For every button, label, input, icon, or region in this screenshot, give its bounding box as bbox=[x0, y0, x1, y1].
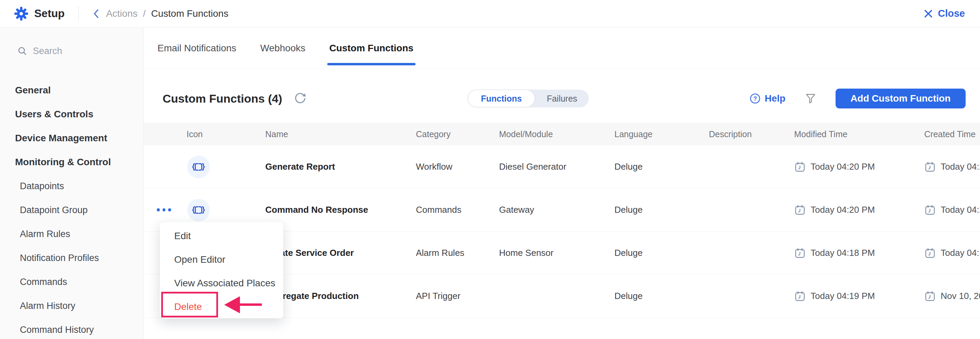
created-time-cell: Today 04:20 PM bbox=[924, 204, 980, 216]
function-model: Gateway bbox=[499, 204, 614, 215]
help-icon: ? bbox=[749, 93, 760, 104]
list-header-bar: Custom Functions (4) Functions Failures … bbox=[144, 89, 980, 108]
sidebar-item-general[interactable]: General bbox=[0, 78, 143, 102]
help-button[interactable]: ? Help bbox=[749, 93, 786, 104]
breadcrumb-section[interactable]: Actions bbox=[106, 8, 138, 19]
page-title: Custom Functions (4) bbox=[162, 92, 282, 105]
calendar-clock-icon bbox=[924, 290, 936, 302]
sidebar-item-datapoint-group[interactable]: Datapoint Group bbox=[0, 198, 143, 222]
close-button[interactable]: Close bbox=[924, 8, 965, 19]
calendar-clock-icon bbox=[794, 161, 806, 173]
table-header-row: Icon Name Category Model/Module Language… bbox=[144, 123, 980, 146]
function-category: Commands bbox=[416, 204, 499, 215]
breadcrumb: Actions / Custom Functions bbox=[92, 8, 228, 19]
sidebar: General Users & Controls Device Manageme… bbox=[0, 28, 144, 339]
function-icon bbox=[187, 156, 210, 178]
toggle-functions[interactable]: Functions bbox=[468, 90, 535, 108]
refresh-icon[interactable] bbox=[294, 92, 307, 105]
setup-gear-icon bbox=[14, 7, 28, 21]
header-actions: ? Help Add Custom Function bbox=[749, 89, 966, 108]
col-created-time: Created Time bbox=[924, 129, 980, 139]
search-input[interactable] bbox=[33, 46, 125, 57]
function-language: Deluge bbox=[614, 248, 709, 258]
modified-time-cell: Today 04:20 PM bbox=[794, 204, 924, 216]
close-label: Close bbox=[938, 8, 965, 19]
tab-email-notifications[interactable]: Email Notifications bbox=[158, 28, 236, 69]
function-language: Deluge bbox=[614, 204, 709, 215]
created-time-cell: Today 04:18 PM bbox=[924, 247, 980, 259]
tab-custom-functions[interactable]: Custom Functions bbox=[329, 28, 414, 69]
col-modified-time: Modified Time bbox=[794, 129, 924, 139]
menu-item-edit[interactable]: Edit bbox=[160, 224, 283, 248]
function-category: Workflow bbox=[416, 162, 499, 172]
tab-strip: Email Notifications Webhooks Custom Func… bbox=[144, 28, 980, 69]
sidebar-item-monitoring-control[interactable]: Monitoring & Control bbox=[0, 150, 143, 174]
function-model: Diesel Generator bbox=[499, 162, 614, 172]
function-name[interactable]: Create Service Order bbox=[265, 248, 416, 258]
sidebar-item-notification-profiles[interactable]: Notification Profiles bbox=[0, 246, 143, 270]
function-model: Home Sensor bbox=[499, 248, 614, 258]
col-category: Category bbox=[416, 129, 499, 139]
function-icon bbox=[187, 199, 210, 221]
function-category: API Trigger bbox=[416, 291, 499, 301]
col-description: Description bbox=[709, 129, 794, 139]
calendar-clock-icon bbox=[794, 204, 806, 216]
app-title: Setup bbox=[34, 7, 65, 20]
menu-item-open-editor[interactable]: Open Editor bbox=[160, 248, 283, 271]
function-language: Deluge bbox=[614, 291, 709, 301]
calendar-clock-icon bbox=[794, 290, 806, 302]
function-category: Alarm Rules bbox=[416, 248, 499, 258]
svg-text:?: ? bbox=[753, 95, 757, 102]
back-chevron-icon[interactable] bbox=[92, 9, 101, 19]
function-name[interactable]: Aggregate Production bbox=[265, 291, 416, 301]
col-icon: Icon bbox=[171, 129, 265, 139]
sidebar-item-alarm-history[interactable]: Alarm History bbox=[0, 294, 143, 318]
calendar-clock-icon bbox=[924, 204, 936, 216]
function-name[interactable]: Command No Response bbox=[265, 204, 416, 215]
col-name: Name bbox=[265, 129, 416, 139]
filter-icon[interactable] bbox=[805, 93, 816, 105]
top-bar: Setup Actions / Custom Functions Close bbox=[0, 0, 980, 27]
toggle-failures[interactable]: Failures bbox=[535, 90, 589, 108]
modified-time-cell: Today 04:19 PM bbox=[794, 290, 924, 302]
calendar-clock-icon bbox=[924, 161, 936, 173]
sidebar-item-alarm-rules[interactable]: Alarm Rules bbox=[0, 222, 143, 246]
col-language: Language bbox=[614, 129, 709, 139]
row-context-menu: Edit Open Editor View Associated Places … bbox=[159, 222, 283, 318]
created-time-cell: Today 04:20 PM bbox=[924, 161, 980, 173]
table-row[interactable]: Generate Report Workflow Diesel Generato… bbox=[144, 146, 980, 189]
help-label: Help bbox=[765, 93, 786, 104]
sidebar-item-command-history[interactable]: Command History bbox=[0, 318, 143, 339]
sidebar-item-commands[interactable]: Commands bbox=[0, 270, 143, 294]
function-name[interactable]: Generate Report bbox=[265, 162, 416, 172]
menu-item-delete[interactable]: Delete bbox=[160, 295, 283, 318]
sidebar-item-device-management[interactable]: Device Management bbox=[0, 126, 143, 150]
sidebar-item-datapoints[interactable]: Datapoints bbox=[0, 174, 143, 198]
breadcrumb-separator: / bbox=[143, 8, 146, 19]
function-language: Deluge bbox=[614, 162, 709, 172]
close-icon bbox=[924, 9, 933, 19]
breadcrumb-current: Custom Functions bbox=[151, 8, 229, 19]
modified-time-cell: Today 04:20 PM bbox=[794, 161, 924, 173]
tab-webhooks[interactable]: Webhooks bbox=[260, 28, 305, 69]
menu-item-view-associated-places[interactable]: View Associated Places bbox=[160, 271, 283, 295]
row-actions-menu-trigger[interactable] bbox=[157, 208, 171, 211]
search-icon bbox=[17, 46, 27, 56]
sidebar-menu: General Users & Controls Device Manageme… bbox=[0, 78, 143, 339]
topbar-divider bbox=[78, 6, 79, 21]
modified-time-cell: Today 04:18 PM bbox=[794, 247, 924, 259]
app-logo-wrap: Setup bbox=[0, 7, 65, 21]
sidebar-item-users-controls[interactable]: Users & Controls bbox=[0, 102, 143, 126]
functions-failures-toggle: Functions Failures bbox=[468, 90, 589, 108]
calendar-clock-icon bbox=[924, 247, 936, 259]
calendar-clock-icon bbox=[794, 247, 806, 259]
created-time-cell: Nov 10, 2025 bbox=[924, 290, 980, 302]
sidebar-search[interactable] bbox=[0, 43, 143, 59]
col-model-module: Model/Module bbox=[499, 129, 614, 139]
add-custom-function-button[interactable]: Add Custom Function bbox=[835, 89, 966, 108]
